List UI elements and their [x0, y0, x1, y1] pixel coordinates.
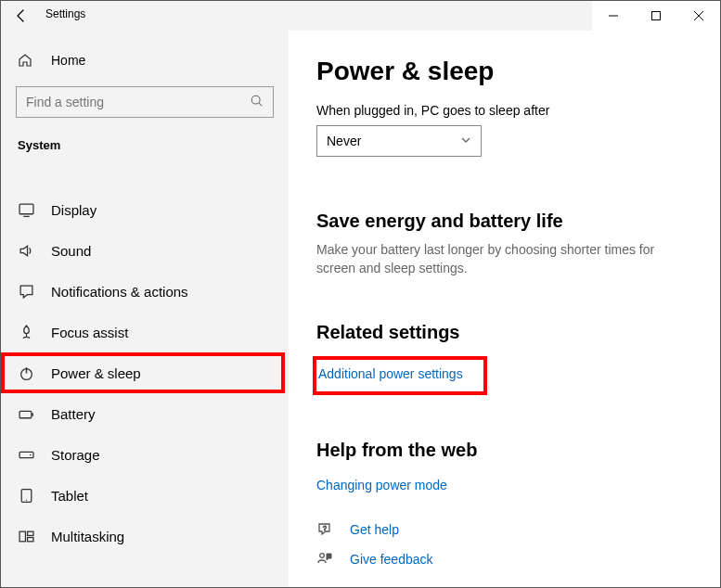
storage-icon — [18, 447, 34, 463]
svg-rect-10 — [19, 411, 32, 417]
back-button[interactable] — [1, 1, 42, 31]
sidebar-item-tablet[interactable]: Tablet — [1, 475, 289, 516]
related-link-highlight: Additional power settings — [313, 356, 487, 395]
svg-rect-6 — [19, 204, 33, 214]
window-title: Settings — [42, 1, 85, 20]
minimize-button[interactable] — [592, 1, 635, 31]
help-web-heading: Help from the web — [316, 440, 692, 461]
close-button[interactable] — [677, 1, 720, 31]
save-energy-text: Make your battery last longer by choosin… — [316, 241, 678, 277]
svg-rect-1 — [652, 12, 661, 20]
svg-line-5 — [259, 103, 262, 106]
maximize-button[interactable] — [635, 1, 677, 31]
sidebar-item-focus-assist[interactable]: Focus assist — [1, 312, 289, 352]
title-bar: Settings — [1, 1, 720, 31]
additional-power-settings-link[interactable]: Additional power settings — [318, 366, 463, 381]
home-icon — [18, 53, 34, 68]
sidebar-item-label: Home — [51, 53, 85, 68]
battery-icon — [18, 406, 34, 422]
feedback-icon — [316, 551, 335, 568]
sidebar-item-display[interactable]: Display — [1, 189, 289, 230]
sidebar-item-label: Tablet — [51, 488, 88, 504]
sidebar-item-label: Storage — [51, 447, 100, 463]
sidebar-item-notifications[interactable]: Notifications & actions — [1, 271, 289, 312]
give-feedback-link[interactable]: Give feedback — [350, 552, 433, 567]
display-icon — [18, 202, 34, 218]
sidebar-item-label: Notifications & actions — [51, 284, 188, 300]
search-input[interactable] — [16, 86, 274, 118]
sidebar: Home System Display Sound Notificat — [1, 31, 289, 587]
chevron-down-icon — [460, 134, 471, 148]
sidebar-item-label: Focus assist — [51, 325, 128, 340]
svg-point-15 — [25, 499, 26, 500]
related-heading: Related settings — [316, 322, 692, 343]
notifications-icon — [18, 284, 34, 300]
sidebar-item-label: Sound — [51, 243, 91, 259]
sidebar-item-battery[interactable]: Battery — [1, 393, 289, 434]
sidebar-item-power-sleep[interactable]: Power & sleep — [1, 352, 285, 393]
sidebar-item-label: Power & sleep — [51, 365, 141, 381]
svg-rect-17 — [27, 531, 32, 535]
sidebar-item-multitasking[interactable]: Multitasking — [1, 516, 289, 556]
save-energy-heading: Save energy and battery life — [316, 211, 692, 232]
svg-rect-16 — [19, 531, 25, 542]
sleep-select[interactable]: Never — [316, 125, 482, 157]
sidebar-item-label: Display — [51, 202, 97, 218]
svg-text:?: ? — [323, 525, 327, 531]
page-title: Power & sleep — [316, 57, 692, 86]
sleep-field-label: When plugged in, PC goes to sleep after — [316, 103, 692, 118]
sleep-select-value: Never — [327, 134, 361, 148]
svg-point-13 — [29, 454, 31, 455]
svg-point-4 — [251, 96, 260, 104]
sound-icon — [18, 243, 34, 259]
svg-rect-18 — [27, 537, 32, 541]
power-icon — [18, 365, 34, 381]
focus-assist-icon — [18, 325, 34, 340]
sidebar-item-label: Multitasking — [51, 529, 124, 544]
multitasking-icon — [18, 529, 34, 544]
svg-point-20 — [320, 554, 325, 558]
search-field[interactable] — [26, 95, 239, 109]
search-icon — [251, 95, 264, 110]
sidebar-item-sound[interactable]: Sound — [1, 230, 289, 271]
sidebar-item-storage[interactable]: Storage — [1, 434, 289, 475]
svg-rect-12 — [19, 452, 33, 457]
main-panel: Power & sleep When plugged in, PC goes t… — [289, 31, 720, 587]
changing-power-mode-link[interactable]: Changing power mode — [316, 478, 447, 492]
get-help-icon: ? — [316, 521, 335, 538]
get-help-link[interactable]: Get help — [350, 522, 399, 537]
sidebar-home[interactable]: Home — [1, 42, 289, 79]
sidebar-heading: System — [1, 121, 289, 161]
svg-rect-11 — [32, 413, 33, 415]
sidebar-item-label: Battery — [51, 406, 96, 422]
tablet-icon — [18, 488, 34, 504]
